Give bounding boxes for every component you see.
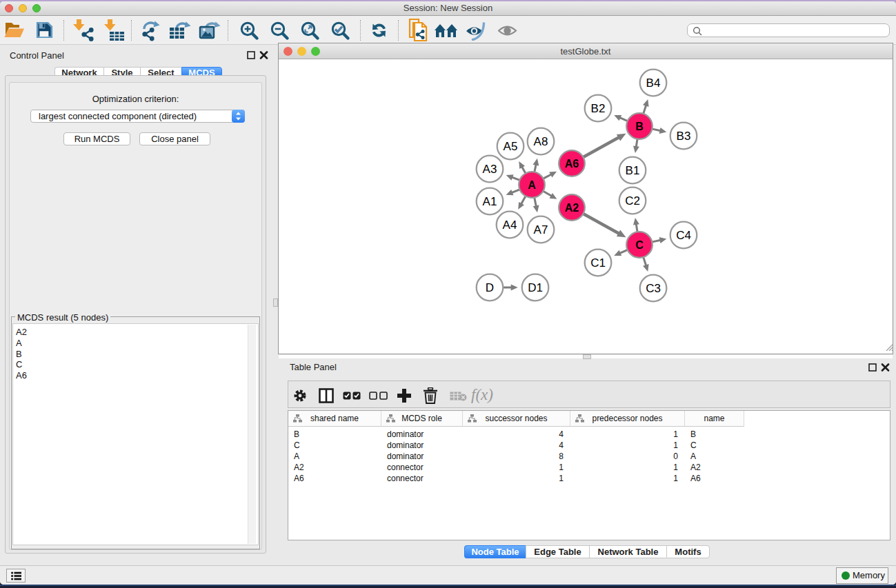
svg-text:A2: A2: [565, 202, 579, 214]
svg-text:D: D: [486, 281, 494, 294]
svg-text:C1: C1: [590, 256, 606, 270]
svg-text:A4: A4: [503, 219, 517, 232]
svg-text:A8: A8: [534, 135, 548, 148]
svg-text:B2: B2: [591, 102, 606, 115]
svg-text:C: C: [635, 239, 644, 251]
svg-text:C3: C3: [646, 282, 661, 295]
svg-text:C2: C2: [625, 194, 640, 207]
svg-text:D1: D1: [528, 281, 543, 294]
svg-text:B3: B3: [677, 130, 691, 143]
svg-text:B1: B1: [626, 164, 640, 177]
svg-text:A5: A5: [504, 140, 518, 153]
svg-text:B4: B4: [646, 77, 661, 90]
svg-text:A: A: [528, 179, 536, 191]
svg-text:C4: C4: [676, 229, 691, 242]
svg-text:B: B: [635, 121, 644, 132]
svg-text:A3: A3: [483, 163, 497, 176]
svg-text:A6: A6: [565, 158, 579, 170]
svg-text:A7: A7: [534, 223, 548, 236]
svg-text:A1: A1: [483, 195, 497, 208]
